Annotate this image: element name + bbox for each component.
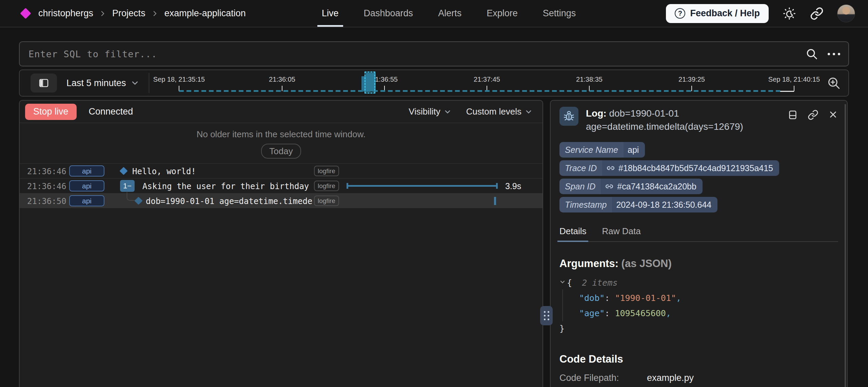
bug-icon (563, 110, 575, 123)
breadcrumb: christophergs Projects example-applicati… (19, 0, 246, 27)
link-icon (605, 182, 614, 191)
grip-dots-icon (544, 311, 549, 320)
breadcrumb-section[interactable]: Projects (112, 8, 145, 19)
code-details-heading: Code Details (559, 353, 838, 365)
dock-panel-icon[interactable] (787, 109, 798, 133)
collapse-children-badge[interactable]: 1− (120, 180, 135, 192)
log-row[interactable]: 21:36:46 api Hello, world! logfire (20, 163, 542, 178)
copy-link-icon[interactable] (808, 109, 818, 133)
visibility-dropdown[interactable]: Visibility (409, 106, 451, 117)
scope-tag: logfire (314, 181, 339, 191)
stop-live-button[interactable]: Stop live (25, 104, 77, 120)
search-icon[interactable] (805, 47, 818, 60)
live-panel-header: Stop live Connected Visibility Custom le… (20, 101, 542, 123)
tab-explore[interactable]: Explore (474, 0, 530, 27)
attribute-label: Span ID (559, 179, 601, 194)
service-pill[interactable]: api (69, 180, 104, 191)
attribute-value: #ca741384ca2a20bb (601, 182, 703, 191)
json-viewer: { 2 items "dob": "1990-01-01", "age": 10… (559, 275, 838, 336)
attribute-span-id[interactable]: Span ID #ca741384ca2a20bb (559, 179, 703, 194)
log-message: dob=1990-01-01 age=datetime.timede (146, 197, 312, 206)
tab-settings[interactable]: Settings (530, 0, 589, 27)
panel-resize-handle[interactable] (540, 306, 553, 325)
zoom-in-icon (827, 76, 841, 90)
timeline-tick: 21:38:35 (576, 76, 603, 83)
tick-mark (794, 86, 794, 91)
top-navbar: christophergs Projects example-applicati… (0, 0, 868, 27)
attribute-service-name[interactable]: Service Name api (559, 142, 645, 158)
feedback-help-label: Feedback / Help (690, 8, 760, 19)
theme-toggle-button[interactable] (782, 6, 796, 21)
log-time: 21:36:46 (27, 167, 66, 176)
sql-filter-bar (19, 41, 849, 66)
user-avatar[interactable] (837, 4, 855, 22)
timeline[interactable]: Sep 18, 21:35:15 21:36:05 21:36:55 21:37… (155, 70, 812, 96)
share-link-button[interactable] (810, 7, 824, 20)
log-message: Hello, world! (132, 167, 196, 176)
timeline-selection[interactable] (364, 72, 375, 94)
attribute-value: #18b84cb4847b5d574c4ad9121935a415 (602, 163, 779, 173)
attribute-trace-id[interactable]: Trace ID #18b84cb4847b5d574c4ad9121935a4… (559, 160, 779, 176)
attribute-label: Timestamp (559, 197, 612, 212)
chevron-down-icon (444, 108, 451, 116)
tab-dashboards[interactable]: Dashboards (351, 0, 426, 27)
divider (149, 73, 149, 93)
chevron-down-icon (131, 79, 139, 87)
detail-title-prefix: Log: (586, 108, 607, 119)
log-level-icon-box (559, 107, 578, 126)
breadcrumb-project[interactable]: example-application (164, 8, 246, 19)
link-icon (606, 164, 615, 172)
visibility-label: Visibility (409, 106, 440, 117)
timeline-tick: 21:39:25 (678, 76, 705, 83)
more-options-icon[interactable] (828, 53, 840, 55)
time-range-dropdown[interactable]: Last 5 minutes (66, 70, 139, 96)
chevron-right-icon (99, 10, 106, 17)
timeline-zoom-button[interactable] (825, 76, 843, 90)
detail-title: Log: dob=1990-01-01 age=datetime.timedel… (586, 107, 776, 133)
tab-details[interactable]: Details (559, 226, 586, 241)
breadcrumb-org[interactable]: christophergs (38, 8, 93, 19)
service-pill[interactable]: api (69, 195, 104, 206)
link-icon (810, 7, 824, 20)
log-diamond-icon (119, 167, 127, 175)
log-row[interactable]: 21:36:46 api 1− Asking the user for thei… (20, 178, 542, 193)
today-button[interactable]: Today (261, 144, 301, 159)
code-filepath-value: example.py (647, 373, 838, 383)
help-icon: ? (675, 8, 685, 19)
custom-levels-label: Custom levels (466, 106, 521, 117)
attribute-label: Trace ID (559, 160, 602, 176)
custom-levels-dropdown[interactable]: Custom levels (466, 106, 532, 117)
json-guide-line (563, 289, 563, 321)
span-duration-label: 3.9s (505, 181, 521, 191)
chevron-down-icon (525, 108, 532, 116)
sidebar-toggle-button[interactable] (31, 74, 57, 93)
log-point-marker (494, 197, 496, 205)
code-filepath-label: Code Filepath: (559, 373, 647, 383)
scrollbar[interactable] (845, 104, 846, 387)
sql-filter-input[interactable] (28, 48, 805, 60)
timeline-tick: 21:36:05 (269, 76, 295, 83)
log-row-selected[interactable]: 21:36:50 api dob=1990-01-01 age=datetime… (20, 193, 542, 208)
code-details: Code Filepath: example.py Code Lineno: 1… (559, 373, 838, 387)
attribute-timestamp[interactable]: Timestamp 2024-09-18 21:36:50.644 (559, 197, 717, 212)
logfire-logo-icon[interactable] (20, 8, 31, 19)
live-log-panel: Stop live Connected Visibility Custom le… (19, 100, 543, 387)
close-icon[interactable] (828, 109, 838, 133)
scope-tag: logfire (314, 166, 339, 176)
tab-live[interactable]: Live (309, 0, 351, 27)
main-nav-tabs: Live Dashboards Alerts Explore Settings (309, 0, 588, 27)
span-duration-bar (347, 185, 498, 187)
panel-left-icon (38, 78, 49, 88)
arguments-heading: Arguments: (as JSON) (559, 258, 838, 270)
feedback-help-button[interactable]: ? Feedback / Help (666, 4, 769, 23)
log-message: Asking the user for their birthday (142, 182, 309, 191)
tab-raw-data[interactable]: Raw Data (602, 226, 640, 241)
tree-connector (127, 191, 136, 201)
collapse-chevron-icon[interactable] (559, 279, 566, 285)
scope-tag: logfire (314, 196, 339, 206)
log-diamond-icon (134, 197, 142, 205)
service-pill[interactable]: api (69, 165, 104, 177)
timeline-baseline (179, 90, 780, 92)
tab-alerts[interactable]: Alerts (426, 0, 474, 27)
detail-header: Log: dob=1990-01-01 age=datetime.timedel… (559, 101, 838, 133)
